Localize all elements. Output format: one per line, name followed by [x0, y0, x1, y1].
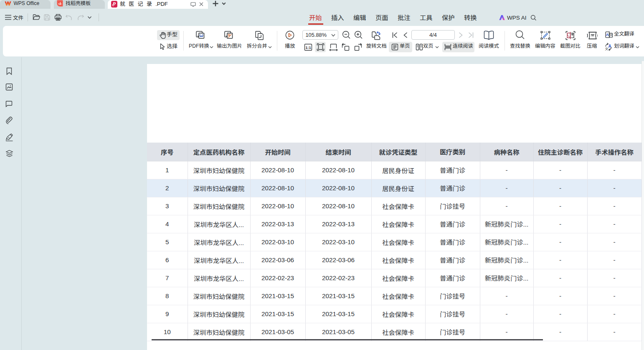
svg-text:A: A — [606, 32, 609, 37]
svg-text:文: 文 — [605, 46, 609, 51]
svg-text:A: A — [609, 44, 611, 49]
svg-text:1:1: 1:1 — [305, 45, 311, 50]
svg-text:文: 文 — [609, 33, 613, 37]
